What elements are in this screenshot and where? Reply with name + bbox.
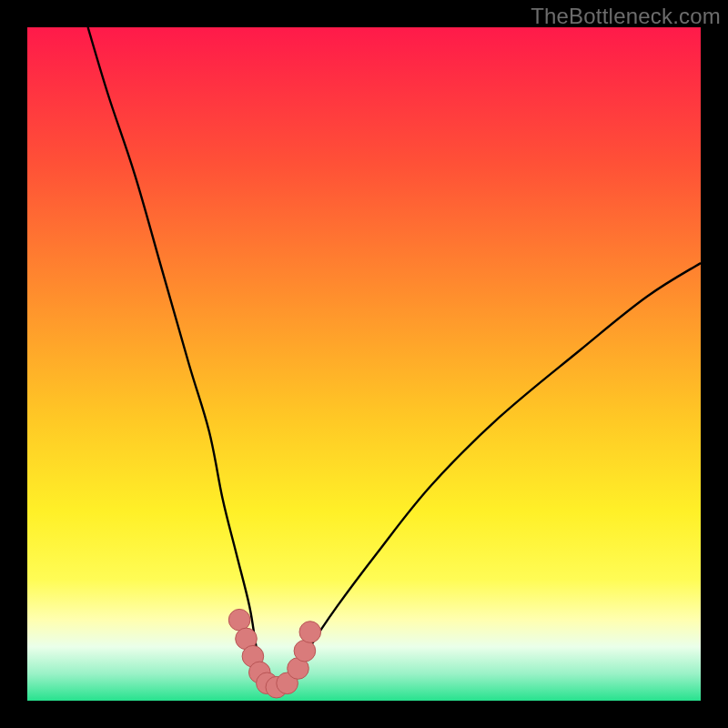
marker-dot xyxy=(299,622,321,643)
outer-frame: TheBottleneck.com xyxy=(0,0,728,728)
plot-area xyxy=(27,27,701,701)
background-gradient xyxy=(27,27,701,701)
marker-dot xyxy=(294,640,316,662)
marker-dot xyxy=(228,609,250,631)
watermark-text: TheBottleneck.com xyxy=(531,4,721,29)
chart-svg xyxy=(27,27,701,701)
